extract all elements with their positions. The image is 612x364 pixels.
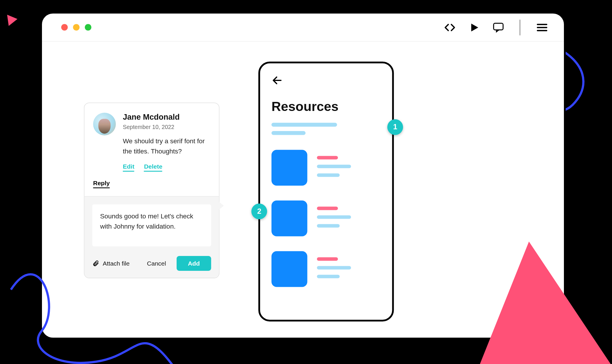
zoom-dot[interactable] (85, 24, 92, 31)
toolbar-right (444, 20, 548, 35)
delete-button[interactable]: Delete (144, 163, 162, 172)
thumbnail-placeholder (272, 201, 307, 236)
edit-button[interactable]: Edit (123, 163, 135, 172)
placeholder-line (317, 174, 340, 177)
comment-icon[interactable] (493, 22, 504, 33)
comment-author: Jane Mcdonald (123, 113, 210, 122)
placeholder-line (317, 156, 338, 160)
list-item[interactable] (272, 251, 381, 287)
play-icon[interactable] (469, 22, 480, 33)
window-titlebar (42, 14, 564, 42)
decorative-triangle-large (476, 242, 612, 364)
thumbnail-placeholder (272, 251, 307, 287)
annotation-pin-1[interactable]: 1 (387, 119, 403, 135)
close-dot[interactable] (61, 24, 68, 31)
placeholder-line (317, 165, 351, 168)
annotation-pin-2[interactable]: 2 (252, 204, 267, 219)
code-icon[interactable] (444, 21, 456, 33)
back-icon[interactable] (272, 75, 283, 86)
placeholder-line (317, 224, 340, 228)
minimize-dot[interactable] (73, 24, 80, 31)
placeholder-line (317, 257, 338, 261)
comment-message: We should try a serif font for the title… (123, 136, 210, 156)
reply-toggle[interactable]: Reply (93, 180, 110, 188)
menu-icon[interactable] (536, 21, 548, 33)
placeholder-line (272, 123, 337, 127)
placeholder-line (317, 215, 351, 219)
phone-title: Resources (272, 99, 381, 114)
placeholder-line (272, 131, 306, 135)
comment-card: Jane Mcdonald September 10, 2022 We shou… (84, 103, 219, 278)
decorative-triangle-small (7, 13, 18, 26)
toolbar-divider (520, 20, 520, 35)
phone-mockup: Resources (258, 62, 394, 322)
decorative-squiggle-bottom-left (9, 255, 192, 364)
list-item[interactable] (272, 150, 381, 186)
comment-date: September 10, 2022 (123, 124, 210, 130)
bubble-tail (219, 202, 224, 210)
reply-input[interactable]: Sounds good to me! Let's check with John… (92, 204, 211, 246)
avatar (93, 113, 116, 135)
placeholder-line (317, 207, 338, 210)
svg-marker-0 (471, 23, 478, 31)
svg-rect-1 (494, 23, 503, 30)
placeholder-line (317, 275, 340, 278)
placeholder-line (317, 266, 351, 270)
list-item[interactable] (272, 201, 381, 236)
window-controls (61, 24, 92, 31)
thumbnail-placeholder (272, 150, 307, 186)
